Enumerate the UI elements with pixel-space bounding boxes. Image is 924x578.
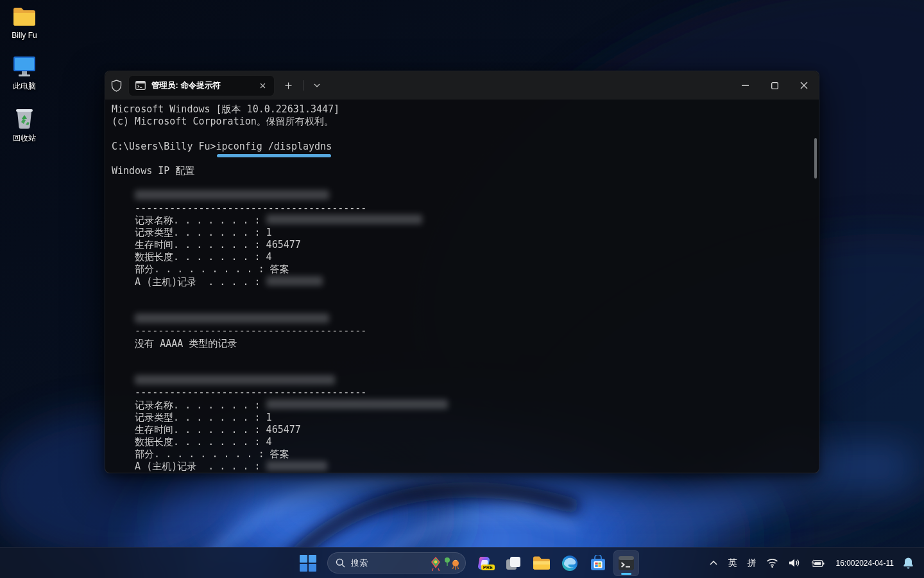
terminal-line: ---------------------------------------- (112, 387, 812, 399)
notification-center-button[interactable] (900, 550, 920, 576)
terminal-text: 数据长度. . . . . . . : 4 (112, 436, 272, 448)
terminal-line (112, 362, 812, 374)
terminal-line: 生存时间. . . . . . . : 465477 (112, 239, 812, 251)
window-controls (730, 71, 819, 100)
terminal-line: A (主机)记录 . . . . : (112, 276, 812, 288)
active-app-indicator (621, 573, 631, 575)
search-seasonal-art-icon (428, 554, 461, 572)
redacted-text (135, 313, 329, 323)
microsoft-store-button[interactable] (585, 550, 611, 576)
terminal-text: 记录名称. . . . . . . : (112, 399, 266, 411)
tab-dropdown-button[interactable] (307, 76, 327, 94)
terminal-tab[interactable]: 管理员: 命令提示符 (128, 75, 275, 96)
tray-date: 2024-04-11 (855, 559, 894, 568)
terminal-taskbar-button[interactable] (613, 550, 639, 576)
redacted-text (135, 190, 329, 200)
close-window-button[interactable] (789, 71, 819, 100)
terminal-line (112, 301, 812, 313)
terminal-line: 数据长度. . . . . . . : 4 (112, 436, 812, 448)
ime-mode-indicator: 拼 (747, 557, 756, 569)
recycle-bin-icon (15, 106, 34, 129)
terminal-line: ---------------------------------------- (112, 325, 812, 337)
terminal-text: ---------------------------------------- (112, 202, 366, 214)
terminal-text: 生存时间. . . . . . . : 465477 (112, 239, 301, 250)
copilot-pre-badge: PRE (481, 565, 495, 570)
terminal-text: A (主机)记录 . . . . : (112, 276, 266, 288)
terminal-line: 记录名称. . . . . . . : (112, 399, 812, 412)
desktop: Billy Fu 此电脑 回收站 管理员: 命令提示符 (0, 0, 924, 578)
battery-charging-icon (810, 559, 825, 568)
terminal-text: 记录类型. . . . . . . : 1 (112, 227, 272, 238)
terminal-text: ---------------------------------------- (112, 387, 366, 398)
terminal-line: C:\Users\Billy Fu>ipconfig /displaydns (112, 141, 812, 153)
terminal-line: A (主机)记录 . . . . : (112, 460, 812, 473)
terminal-line: ---------------------------------------- (112, 202, 812, 215)
tray-overflow-button[interactable] (705, 550, 722, 576)
terminal-line: 部分. . . . . . . . . : 答案 (112, 263, 812, 276)
desktop-icon-recycle-bin[interactable]: 回收站 (0, 106, 49, 144)
wifi-icon (766, 558, 778, 568)
terminal-line (112, 128, 812, 140)
terminal-titlebar[interactable]: 管理员: 命令提示符 (105, 71, 819, 100)
terminal-text: 记录名称. . . . . . . : (112, 215, 266, 226)
taskbar-search-box[interactable]: 搜索 (327, 552, 466, 574)
copilot-button[interactable]: PRE (472, 550, 498, 576)
battery-button[interactable] (806, 550, 829, 576)
language-indicator: 英 (728, 557, 737, 569)
admin-shield-icon (105, 80, 127, 92)
redacted-text (266, 461, 327, 471)
tabbar-separator (303, 80, 304, 91)
cmd-icon (135, 81, 146, 90)
terminal-line: 数据长度. . . . . . . : 4 (112, 251, 812, 263)
desktop-icon-label: 回收站 (13, 133, 36, 144)
terminal-line: 记录类型. . . . . . . : 1 (112, 412, 812, 424)
chevron-up-icon (710, 561, 717, 565)
start-button[interactable] (295, 550, 321, 576)
terminal-line (112, 350, 812, 362)
terminal-body[interactable]: Microsoft Windows [版本 10.0.22631.3447](c… (105, 100, 819, 473)
network-button[interactable] (762, 550, 783, 576)
ime-mode-button[interactable]: 拼 (742, 550, 760, 576)
taskbar-center-group: 搜索 PRE (295, 548, 639, 578)
desktop-icon-list: Billy Fu 此电脑 回收站 (0, 4, 49, 144)
system-tray: 英 拼 16:00 2024-04-1 (705, 548, 920, 578)
terminal-text: 部分. . . . . . . . . : 答案 (112, 263, 289, 275)
microsoft-store-icon (590, 555, 606, 572)
new-tab-button[interactable] (278, 76, 298, 94)
terminal-text: C:\Users\Billy Fu> (112, 141, 216, 152)
clock[interactable]: 16:00 2024-04-11 (830, 550, 899, 576)
terminal-line: Microsoft Windows [版本 10.0.22631.3447] (112, 103, 812, 116)
desktop-icon-this-pc[interactable]: 此电脑 (0, 54, 49, 92)
file-explorer-button[interactable] (529, 550, 554, 576)
edge-button[interactable] (557, 550, 583, 576)
terminal-line: 记录名称. . . . . . . : (112, 215, 812, 227)
terminal-line: 没有 AAAA 类型的记录 (112, 338, 812, 350)
terminal-text: Windows IP 配置 (112, 165, 194, 177)
file-explorer-icon (533, 556, 551, 571)
terminal-line: 部分. . . . . . . . . : 答案 (112, 448, 812, 460)
tray-time: 16:00 (835, 559, 855, 568)
terminal-scrollbar[interactable] (814, 138, 817, 179)
desktop-icon-billy-fu-folder[interactable]: Billy Fu (0, 4, 49, 40)
terminal-text: Microsoft Windows [版本 10.0.22631.3447] (112, 103, 339, 115)
taskbar: 搜索 PRE (0, 547, 924, 578)
maximize-button[interactable] (760, 71, 789, 100)
terminal-text: 部分. . . . . . . . . : 答案 (112, 448, 289, 460)
redacted-text (135, 375, 335, 385)
terminal-line: 记录类型. . . . . . . : 1 (112, 227, 812, 239)
edge-icon (561, 555, 578, 572)
terminal-text: (c) Microsoft Corporation。保留所有权利。 (112, 116, 334, 127)
volume-button[interactable] (784, 550, 805, 576)
minimize-button[interactable] (730, 71, 760, 100)
terminal-line (112, 288, 812, 301)
folder-icon (12, 4, 37, 27)
terminal-text (112, 189, 135, 201)
terminal-line (112, 177, 812, 189)
tab-close-icon[interactable] (256, 79, 269, 92)
search-placeholder: 搜索 (351, 557, 422, 569)
highlighted-command-text: ipconfig /displaydns (216, 141, 332, 152)
task-view-button[interactable] (501, 550, 526, 576)
terminal-text: 没有 AAAA 类型的记录 (112, 338, 237, 349)
terminal-text: 生存时间. . . . . . . : 465477 (112, 424, 301, 435)
input-language-button[interactable]: 英 (723, 550, 741, 576)
